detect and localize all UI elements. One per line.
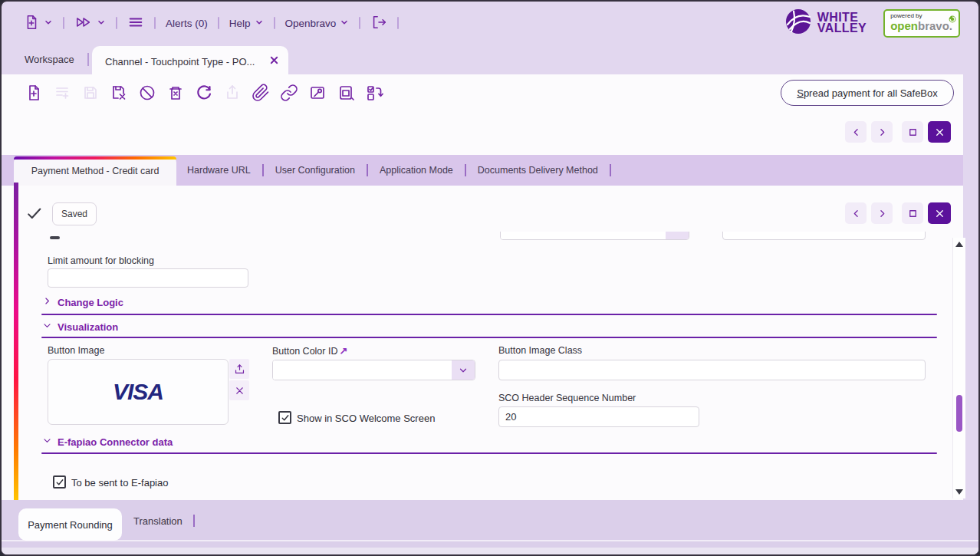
export-button[interactable] [221,81,244,104]
logout-button[interactable] [370,14,387,33]
toolbar-panel: Spread payment for all SafeBox [2,74,963,155]
section-divider [41,314,937,315]
scrollbar-thumb[interactable] [956,395,962,432]
visa-logo: VISA [113,379,163,405]
next-record-button[interactable] [871,202,893,224]
form-panel: Saved Limit amount for blocking Change L… [2,186,963,500]
maximize-button[interactable] [902,121,923,143]
divider [367,164,368,176]
section-divider [41,452,937,454]
saved-label: Saved [61,209,87,219]
close-button[interactable] [928,121,951,143]
fast-forward-menu-button[interactable] [74,14,106,33]
link-button[interactable] [278,81,301,104]
button-color-input[interactable] [273,360,452,380]
personalization-button[interactable] [306,81,329,104]
upload-image-button[interactable] [229,359,249,379]
tab-channel-touchpoint[interactable]: Channel - Touchpoint Type - PO... [92,46,288,77]
alerts-menu-item[interactable]: Alerts (0) [166,18,208,29]
chevron-down-icon [255,18,264,29]
scroll-down-arrow-icon[interactable] [955,489,963,495]
new-document-button[interactable] [22,81,45,104]
next-record-button[interactable] [871,121,893,143]
clipped-text-field[interactable] [722,232,926,240]
subtab-payment-method[interactable]: Payment Method - Credit card [14,156,176,186]
header-brand-area: WHITE VALLEY powered by openbravo. [784,8,960,38]
subtab-user-configuration[interactable]: User Configuration [275,165,355,176]
save-button[interactable] [79,81,102,104]
clipped-combo-input[interactable] [501,232,666,239]
new-row-button[interactable] [51,81,74,104]
close-button[interactable] [928,202,951,224]
limit-amount-label: Limit amount for blocking [48,255,154,266]
hamburger-icon [127,14,144,33]
alerts-label: Alerts (0) [166,18,208,29]
attachment-button[interactable] [249,81,272,104]
button-image-preview: VISA [48,359,229,425]
new-document-menu-button[interactable] [23,14,53,33]
clear-image-button[interactable] [229,380,249,400]
tab-translation[interactable]: Translation [133,515,183,527]
cancel-button[interactable] [136,81,159,104]
divider [610,164,611,176]
tab-workspace[interactable]: Workspace [25,44,74,74]
spread-payment-button[interactable]: Spread payment for all SafeBox [781,80,954,106]
app-window: Alerts (0) Help Openbravo WHITE [0,0,980,556]
show-in-sco-checkbox[interactable] [278,411,291,424]
subtab-documents-delivery[interactable]: Documents Delivery Method [478,165,598,176]
chevron-down-icon [42,436,52,448]
openbravo-menu-item[interactable]: Openbravo [285,18,350,29]
window-view-button[interactable] [334,81,357,104]
hamburger-menu-button[interactable] [127,14,144,33]
subtab-items: Hardware URL User Configuration Applicat… [187,155,611,186]
close-tab-button[interactable] [269,54,279,68]
logout-icon [370,14,387,33]
white-valley-logo: WHITE VALLEY [784,8,867,38]
scroll-up-arrow-icon[interactable] [955,242,963,247]
new-document-icon [23,14,40,33]
refresh-button[interactable] [192,81,215,104]
chevron-down-icon [340,18,349,29]
divider [116,17,117,29]
audit-trail-button[interactable] [363,81,386,104]
divider [63,17,64,29]
button-color-picker-button[interactable] [452,360,475,380]
button-color-label: Button Color ID↗ [272,345,347,357]
clipped-combo-field[interactable] [500,232,689,240]
openbravo-wordmark: openbravo. [890,19,952,32]
bottom-tab-bar: Payment Rounding Translation [2,500,978,548]
tab-payment-rounding[interactable]: Payment Rounding [18,508,122,541]
help-menu-item[interactable]: Help [229,18,264,29]
efapiao-send-checkbox[interactable] [53,475,66,489]
section-efapiao[interactable]: E-fapiao Connector data [42,436,173,448]
maximize-button[interactable] [902,202,923,224]
divider [359,17,360,29]
combo-picker-button[interactable] [666,232,689,239]
limit-amount-input[interactable] [48,268,248,288]
app-header: Alerts (0) Help Openbravo WHITE [2,2,978,44]
subtab-application-mode[interactable]: Application Mode [380,165,453,176]
sco-header-sequence-input[interactable] [498,406,699,427]
button-image-class-input[interactable] [498,360,926,380]
subtab-hardware-url[interactable]: Hardware URL [187,165,251,176]
section-visualization[interactable]: Visualization [42,321,118,333]
subtab-active-label: Payment Method - Credit card [31,166,159,176]
section-change-logic[interactable]: Change Logic [42,296,123,308]
powered-by-openbravo-badge: powered by openbravo. [883,9,960,38]
chevron-right-icon [42,296,52,308]
vertical-scrollbar[interactable] [952,238,965,498]
discard-changes-button[interactable] [107,81,130,104]
section-divider [41,337,937,338]
chevron-down-icon [97,18,106,29]
delete-button[interactable] [164,81,187,104]
brand-line2: VALLEY [817,23,867,34]
link-out-icon[interactable]: ↗ [339,345,347,357]
record-nav-controls [845,202,951,224]
powered-by-label: powered by [890,12,952,19]
previous-record-button[interactable] [845,121,867,143]
button-color-combo[interactable] [272,360,475,380]
white-valley-globe-icon [784,8,812,38]
change-logic-title: Change Logic [58,297,123,308]
previous-record-button[interactable] [845,202,867,224]
chevron-down-icon [42,321,52,333]
